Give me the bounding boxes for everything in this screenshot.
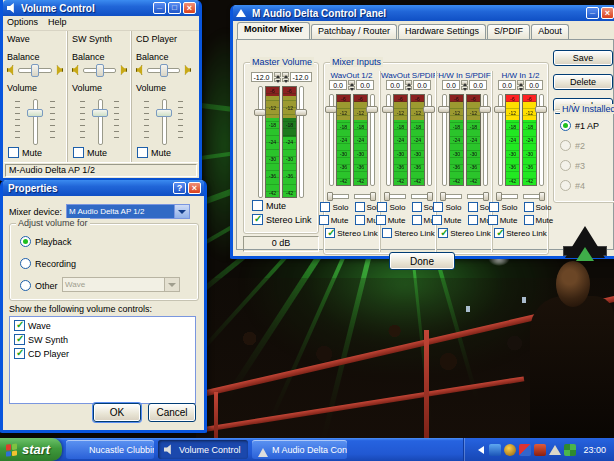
- left-slider[interactable]: [386, 94, 391, 186]
- volume-slider[interactable]: [136, 99, 191, 145]
- mute-left-checkbox[interactable]: Mute: [376, 215, 406, 225]
- volume-slider[interactable]: [72, 99, 127, 145]
- tray-m-audio-icon[interactable]: [549, 439, 561, 455]
- left-value[interactable]: 0.0: [442, 80, 460, 90]
- properties-titlebar[interactable]: Properties: [3, 180, 204, 196]
- right-slider[interactable]: [483, 94, 488, 186]
- pan-slider-right[interactable]: [523, 194, 545, 199]
- stereo-link-checkbox[interactable]: Stereo Link: [325, 228, 377, 238]
- stereo-link-checkbox[interactable]: Stereo Link: [382, 228, 434, 238]
- right-value[interactable]: 0.0: [356, 80, 374, 90]
- balance-thumb[interactable]: [160, 64, 168, 77]
- pan-slider-left[interactable]: [496, 194, 518, 199]
- maximize-button[interactable]: [168, 2, 181, 14]
- stereo-link-checkbox[interactable]: Stereo Link: [494, 228, 546, 238]
- pan-slider-left[interactable]: [384, 194, 406, 199]
- controls-list[interactable]: Wave SW Synth CD Player: [9, 316, 196, 404]
- right-value[interactable]: 0.0: [525, 80, 543, 90]
- pan-slider-left[interactable]: [440, 194, 462, 199]
- close-button[interactable]: [188, 182, 201, 194]
- mute-checkbox[interactable]: Mute: [137, 147, 171, 158]
- spinner[interactable]: [461, 80, 468, 90]
- left-value[interactable]: 0.0: [386, 80, 404, 90]
- stereo-link-checkbox[interactable]: Stereo Link: [438, 228, 490, 238]
- volume-thumb[interactable]: [156, 109, 172, 117]
- pan-slider-right[interactable]: [354, 194, 376, 199]
- delta-titlebar[interactable]: M Audio Delta Control Panel: [233, 5, 614, 21]
- left-slider[interactable]: [329, 94, 334, 186]
- menu-options[interactable]: Options: [7, 17, 38, 30]
- spinner[interactable]: [274, 72, 281, 82]
- pan-slider-right[interactable]: [467, 194, 489, 199]
- radio-hw-1-ap[interactable]: #1 AP: [560, 120, 599, 131]
- close-button[interactable]: [601, 7, 614, 19]
- task-m-audio-delta[interactable]: M Audio Delta Cont...: [252, 440, 347, 459]
- minimize-button[interactable]: [153, 2, 166, 14]
- solo-right-checkbox[interactable]: Solo: [524, 202, 552, 212]
- solo-left-checkbox[interactable]: Solo: [377, 202, 405, 212]
- master-left-slider[interactable]: [258, 86, 263, 198]
- volume-slider[interactable]: [7, 99, 63, 145]
- tray-display-grid-icon[interactable]: [564, 444, 576, 456]
- mute-left-checkbox[interactable]: Mute: [432, 215, 462, 225]
- balance-thumb[interactable]: [96, 64, 104, 77]
- radio-playback[interactable]: Playback: [20, 236, 72, 247]
- radio-recording[interactable]: Recording: [20, 258, 76, 269]
- task-volume-control[interactable]: Volume Control: [158, 440, 248, 459]
- mute-left-checkbox[interactable]: Mute: [319, 215, 349, 225]
- task-nucastle-clubbing[interactable]: Nucastle Clubbing For...: [66, 440, 154, 459]
- ok-button[interactable]: OK: [93, 403, 141, 422]
- mute-left-checkbox[interactable]: Mute: [488, 215, 518, 225]
- volume-thumb[interactable]: [92, 109, 108, 117]
- spinner[interactable]: [405, 80, 412, 90]
- solo-left-checkbox[interactable]: Solo: [320, 202, 348, 212]
- spinner[interactable]: [282, 72, 289, 82]
- help-button[interactable]: [173, 182, 186, 194]
- mute-right-checkbox[interactable]: Mute: [524, 215, 554, 225]
- master-right-slider[interactable]: [299, 86, 304, 198]
- right-slider[interactable]: [370, 94, 375, 186]
- solo-left-checkbox[interactable]: Solo: [433, 202, 461, 212]
- tray-dual-monitor-icon[interactable]: [519, 444, 531, 456]
- master-right-value[interactable]: -12.0: [290, 72, 312, 82]
- volume-control-titlebar[interactable]: Volume Control: [3, 0, 199, 16]
- master-stereo-link-checkbox[interactable]: Stereo Link: [252, 214, 312, 225]
- start-button[interactable]: start: [0, 438, 62, 461]
- spinner[interactable]: [517, 80, 524, 90]
- left-value[interactable]: 0.0: [498, 80, 516, 90]
- right-value[interactable]: 0.0: [413, 80, 431, 90]
- balance-slider[interactable]: [147, 68, 180, 73]
- mute-checkbox[interactable]: Mute: [8, 147, 42, 158]
- balance-slider[interactable]: [18, 68, 52, 73]
- cancel-button[interactable]: Cancel: [148, 403, 196, 422]
- delete-button[interactable]: Delete: [553, 74, 613, 90]
- tab-spdif[interactable]: S/PDIF: [487, 24, 530, 40]
- balance-thumb[interactable]: [31, 64, 39, 77]
- master-left-value[interactable]: -12.0: [251, 72, 273, 82]
- spinner[interactable]: [348, 80, 355, 90]
- pan-slider-left[interactable]: [327, 194, 349, 199]
- done-button[interactable]: Done: [389, 252, 455, 270]
- volume-thumb[interactable]: [27, 109, 43, 117]
- tab-patchbay-router[interactable]: Patchbay / Router: [311, 24, 397, 40]
- mixer-device-combo[interactable]: M Audio Delta AP 1/2: [66, 204, 190, 219]
- list-item-cd-player[interactable]: CD Player: [14, 348, 191, 359]
- tab-hardware-settings[interactable]: Hardware Settings: [398, 24, 486, 40]
- list-item-sw-synth[interactable]: SW Synth: [14, 334, 191, 345]
- tab-monitor-mixer[interactable]: Monitor Mixer: [237, 22, 310, 40]
- minimize-button[interactable]: [586, 7, 599, 19]
- pan-slider-right[interactable]: [411, 194, 433, 199]
- right-slider[interactable]: [539, 94, 544, 186]
- close-button[interactable]: [183, 2, 196, 14]
- menu-help[interactable]: Help: [48, 17, 67, 30]
- save-button[interactable]: Save: [553, 50, 613, 66]
- left-value[interactable]: 0.0: [329, 80, 347, 90]
- solo-left-checkbox[interactable]: Solo: [489, 202, 517, 212]
- right-slider[interactable]: [427, 94, 432, 186]
- tray-messenger-icon[interactable]: [489, 444, 501, 456]
- taskbar-clock[interactable]: 23:00: [583, 445, 606, 455]
- tab-about[interactable]: About: [531, 24, 569, 40]
- chevron-left-icon[interactable]: [474, 446, 484, 454]
- tray-gold-badge-icon[interactable]: [504, 444, 516, 456]
- balance-slider[interactable]: [83, 68, 116, 73]
